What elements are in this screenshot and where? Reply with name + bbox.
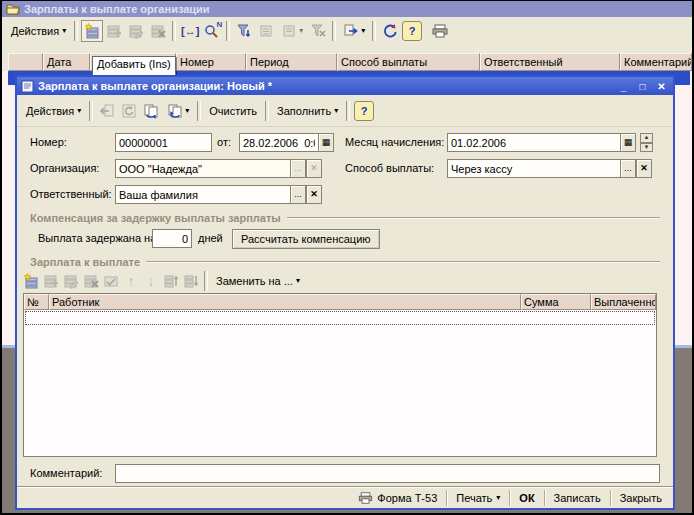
edit-row-button[interactable] [125, 20, 147, 42]
refresh-button[interactable] [379, 20, 401, 42]
compensation-section-header: Компенсация за задержку выплаты зарплаты [30, 211, 660, 224]
list-column-responsible[interactable]: Ответственный [480, 53, 620, 71]
confirm-icon [103, 273, 119, 289]
toolbar-separator [197, 101, 201, 121]
table-edit-row-button[interactable] [61, 271, 81, 291]
payment-method-clear-button[interactable]: ✕ [636, 159, 652, 178]
ok-button[interactable]: ОК [516, 491, 537, 505]
date-input[interactable] [239, 133, 319, 152]
delay-days-input[interactable] [152, 229, 192, 248]
table-move-down-button[interactable]: ↓ [141, 271, 161, 291]
toolbar-separator [332, 21, 336, 41]
save-button[interactable]: Записать [551, 491, 604, 505]
days-label: дней [198, 229, 223, 248]
dialog-help-button[interactable]: ? [353, 100, 375, 122]
clear-button[interactable]: Очистить [204, 100, 262, 122]
print-button[interactable]: Печать▾ [453, 491, 503, 505]
column-number[interactable]: № [24, 294, 49, 310]
main-print-button[interactable] [429, 20, 451, 42]
list-settings-icon [258, 23, 274, 39]
filter-settings-dropdown-button[interactable]: ▾ [277, 20, 307, 42]
table-delete-row-button[interactable] [81, 271, 101, 291]
section-rule [146, 261, 660, 263]
up-arrow-icon: ↑ [128, 273, 135, 289]
month-spinner[interactable]: ▲ ▼ [640, 133, 653, 152]
column-width-button[interactable]: [↔] [179, 20, 201, 42]
close-button[interactable]: ✕ [654, 80, 669, 93]
replace-with-button[interactable]: Заменить на ...▾ [211, 270, 305, 292]
main-actions-button[interactable]: Действия▾ [6, 20, 71, 42]
responsible-input[interactable] [115, 185, 291, 204]
recalculate-button[interactable] [118, 100, 140, 122]
fill-button[interactable]: Заполнить▾ [272, 100, 343, 122]
close-dialog-button[interactable]: Закрыть [617, 491, 665, 505]
calculate-compensation-button[interactable]: Рассчитать компенсацию [232, 229, 380, 249]
list-column-empty[interactable] [8, 53, 43, 71]
toolbar-separator [226, 21, 230, 41]
salary-table-toolbar: ↑ ↓ Заменить на ...▾ [21, 269, 669, 293]
date-calendar-button[interactable]: ▦ [318, 133, 334, 152]
list-column-period[interactable]: Период [246, 53, 337, 71]
table-add-row-button[interactable] [21, 271, 41, 291]
date-from-label: от: [217, 133, 231, 152]
month-calendar-button[interactable]: ▦ [620, 133, 636, 152]
help-icon: ? [354, 101, 374, 121]
printer-icon [358, 491, 373, 505]
output-icon [343, 23, 359, 39]
table-copy-row-button[interactable] [41, 271, 61, 291]
toolbar-separator [74, 21, 78, 41]
table-move-up-button[interactable]: ↑ [121, 271, 141, 291]
footer-separator [446, 490, 447, 506]
payment-method-input[interactable] [447, 159, 621, 178]
organization-select-button[interactable]: ... [290, 159, 306, 178]
responsible-clear-button[interactable]: ✕ [306, 185, 322, 204]
main-help-button[interactable]: ? [401, 20, 423, 42]
list-column-number[interactable]: Номер [176, 53, 246, 71]
group-settings-button[interactable] [255, 20, 277, 42]
add-row-button[interactable] [81, 20, 103, 42]
printer-icon [432, 23, 448, 39]
clear-filter-button[interactable] [307, 20, 329, 42]
list-column-payment-method[interactable]: Способ выплаты [337, 53, 480, 71]
copy-settings-button[interactable] [140, 100, 162, 122]
add-button-tooltip: Добавить (Ins) [92, 56, 176, 76]
number-input[interactable] [115, 133, 212, 152]
copy-row-button[interactable] [103, 20, 125, 42]
reread-button[interactable] [96, 100, 118, 122]
calendar-icon: ▦ [624, 138, 633, 147]
comment-input[interactable] [115, 464, 660, 483]
month-input[interactable] [447, 133, 621, 152]
main-window-titlebar[interactable]: Зарплаты к выплате организации [2, 1, 692, 17]
sort-filter-button[interactable] [233, 20, 255, 42]
toolbar-separator [372, 21, 376, 41]
table-sort-asc-button[interactable] [161, 271, 181, 291]
copy-settings-dropdown-button[interactable]: ▾ [162, 100, 194, 122]
table-finish-edit-button[interactable] [101, 271, 121, 291]
responsible-select-button[interactable]: ... [290, 185, 306, 204]
focused-empty-row[interactable] [25, 311, 655, 325]
toolbar-separator [204, 271, 208, 291]
salary-section-header: Зарплата к выплате [30, 255, 660, 268]
dialog-actions-button[interactable]: Действия▾ [21, 100, 86, 122]
list-column-comment[interactable]: Комментарий [620, 53, 692, 71]
table-sort-desc-button[interactable] [181, 271, 201, 291]
column-paid-status[interactable]: Выплаченность... [591, 294, 656, 310]
funnel-sort-icon [236, 23, 252, 39]
chevron-down-icon: ▾ [334, 107, 338, 115]
maximize-button[interactable]: □ [635, 80, 650, 93]
ellipsis-icon: ... [624, 164, 632, 173]
form-t53-button[interactable]: Форма Т-53 [355, 490, 440, 506]
main-window-title: Зарплаты к выплате организации [24, 3, 210, 15]
footer-separator [610, 490, 611, 506]
find-by-number-button[interactable]: N [201, 20, 223, 42]
organization-clear-button[interactable]: ✕ [306, 159, 322, 178]
dialog-titlebar[interactable]: Зарплата к выплате организации: Новый * … [17, 77, 673, 95]
column-employee[interactable]: Работник [49, 294, 521, 310]
minimize-button[interactable]: _ [616, 80, 631, 93]
organization-input[interactable] [115, 159, 291, 178]
payment-method-select-button[interactable]: ... [620, 159, 636, 178]
list-column-date[interactable]: Дата [43, 53, 90, 71]
column-amount[interactable]: Сумма [521, 294, 591, 310]
output-list-button[interactable]: ▾ [339, 20, 369, 42]
delete-row-button[interactable] [147, 20, 169, 42]
